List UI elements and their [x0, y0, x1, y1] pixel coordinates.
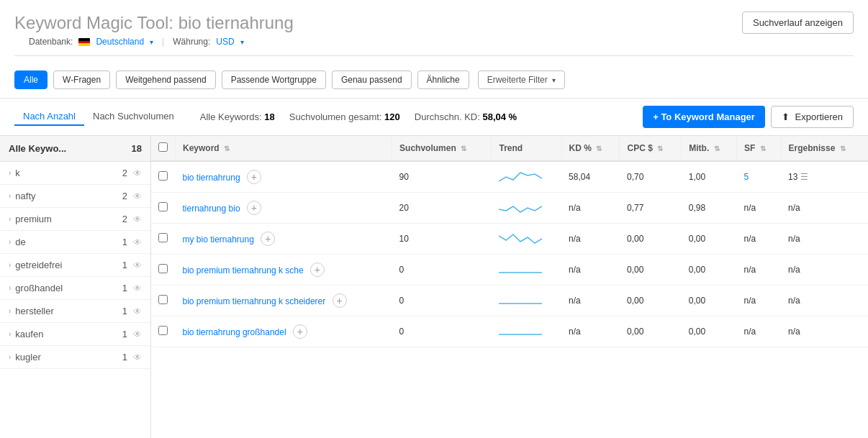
row-checkbox[interactable] — [158, 295, 168, 304]
chevron-right-icon: › — [9, 238, 11, 246]
sidebar-item[interactable]: › getreidefrei 1 👁 — [0, 254, 150, 277]
add-keyword-button[interactable]: + — [293, 324, 307, 339]
chevron-down-icon: ▾ — [552, 76, 556, 84]
kd-cell: n/a — [561, 224, 620, 255]
trend-chart — [499, 199, 542, 216]
dropdown-arrow-currency[interactable]: ▾ — [240, 38, 244, 46]
eye-icon[interactable]: 👁 — [133, 306, 142, 316]
sidebar-item[interactable]: › de 1 👁 — [0, 231, 150, 254]
table-row: bio premium tiernahrung k sche + 0 n/a 0… — [151, 255, 868, 286]
eye-icon[interactable]: 👁 — [133, 214, 142, 224]
history-button[interactable]: Suchverlauf anzeigen — [742, 12, 854, 34]
chevron-right-icon: › — [9, 261, 11, 269]
chevron-right-icon: › — [9, 330, 11, 338]
suchvolumen-cell: 0 — [392, 286, 492, 316]
cpc-value: 0,00 — [627, 234, 643, 244]
results-icon[interactable]: ☰ — [800, 172, 808, 182]
sidebar-item[interactable]: › premium 2 👁 — [0, 208, 150, 231]
mitb-value: 0,00 — [689, 327, 705, 337]
database-dropdown[interactable]: Deutschland — [96, 37, 144, 47]
trend-cell — [492, 255, 561, 286]
row-checkbox[interactable] — [158, 264, 168, 273]
row-checkbox-cell — [151, 316, 176, 347]
keyword-link[interactable]: bio tiernahrung großhandel — [183, 327, 286, 337]
sidebar-item-label: k — [15, 168, 122, 178]
filter-alle[interactable]: Alle — [14, 70, 48, 89]
cpc-cell: 0,00 — [620, 255, 682, 286]
table-row: my bio tiernahrung + 10 n/a 0,00 0,00 n/… — [151, 224, 868, 255]
keyword-link[interactable]: bio tiernahrung — [183, 173, 240, 183]
kd-cell: n/a — [561, 316, 620, 347]
keyword-link[interactable]: tiernahrung bio — [183, 204, 240, 214]
sort-icon-ergebnisse[interactable]: ⇅ — [840, 145, 846, 152]
eye-icon[interactable]: 👁 — [133, 168, 142, 178]
kd-cell: n/a — [561, 286, 620, 316]
select-all-checkbox[interactable] — [158, 142, 168, 152]
table-row: tiernahrung bio + 20 n/a 0,77 0,98 n/a n… — [151, 193, 868, 224]
kd-cell: 58,04 — [561, 161, 620, 193]
add-keyword-button[interactable]: + — [261, 232, 275, 246]
currency-dropdown[interactable]: USD — [216, 37, 234, 47]
row-checkbox[interactable] — [158, 171, 168, 181]
tab-nach-suchvolumen[interactable]: Nach Suchvolumen — [84, 108, 183, 126]
dropdown-arrow-db[interactable]: ▾ — [150, 38, 153, 46]
trend-cell — [492, 316, 561, 347]
sidebar-item[interactable]: › kaufen 1 👁 — [0, 323, 150, 346]
filter-aehnliche[interactable]: Ähnliche — [417, 70, 469, 89]
eye-icon[interactable]: 👁 — [133, 260, 142, 270]
sort-icon-mitb[interactable]: ⇅ — [714, 145, 720, 152]
filter-weitgehend[interactable]: Weitgehend passend — [116, 70, 216, 89]
keyword-cell: bio premium tiernahrung k scheiderer + — [176, 286, 392, 316]
sidebar-item[interactable]: › nafty 2 👁 — [0, 185, 150, 208]
row-checkbox[interactable] — [158, 326, 168, 335]
eye-icon[interactable]: 👁 — [133, 352, 142, 362]
row-checkbox[interactable] — [158, 233, 168, 242]
results-value: 13 — [788, 172, 797, 182]
cpc-value: 0,00 — [627, 265, 643, 275]
eye-icon[interactable]: 👁 — [133, 283, 142, 293]
eye-icon[interactable]: 👁 — [133, 329, 142, 339]
sf-value: n/a — [744, 296, 756, 306]
cpc-value: 0,00 — [627, 327, 643, 337]
sidebar-item-label: premium — [15, 214, 122, 224]
sidebar-item[interactable]: › hersteller 1 👁 — [0, 300, 150, 323]
tab-nach-anzahl[interactable]: Nach Anzahl — [14, 108, 84, 126]
keyword-manager-button[interactable]: + To Keyword Manager — [643, 106, 765, 128]
filter-w-fragen[interactable]: W-Fragen — [53, 70, 110, 89]
ergebnisse-cell: n/a — [781, 316, 868, 347]
row-checkbox[interactable] — [158, 202, 168, 211]
sort-icon-sf[interactable]: ⇅ — [760, 145, 766, 152]
add-keyword-button[interactable]: + — [310, 263, 325, 277]
cpc-value: 0,77 — [627, 203, 643, 213]
table-row: bio tiernahrung großhandel + 0 n/a 0,00 … — [151, 316, 868, 347]
eye-icon[interactable]: 👁 — [133, 191, 142, 201]
sort-icon-kd[interactable]: ⇅ — [596, 145, 602, 152]
sf-link[interactable]: 5 — [744, 172, 749, 182]
sf-value: n/a — [744, 234, 756, 244]
keyword-link[interactable]: my bio tiernahrung — [183, 234, 254, 245]
sort-icon-suchvolumen[interactable]: ⇅ — [461, 145, 466, 152]
sidebar-item-label: großhandel — [15, 283, 122, 293]
keyword-link[interactable]: bio premium tiernahrung k scheiderer — [183, 296, 326, 306]
sidebar-item-count: 1 — [122, 352, 127, 362]
sidebar-item[interactable]: › k 2 👁 — [0, 162, 150, 185]
results-value: n/a — [788, 327, 800, 337]
add-keyword-button[interactable]: + — [333, 293, 347, 308]
sidebar-item[interactable]: › großhandel 1 👁 — [0, 277, 150, 300]
sort-icon-keyword[interactable]: ⇅ — [224, 145, 230, 152]
filter-passende[interactable]: Passende Wortgruppe — [222, 70, 326, 89]
export-button[interactable]: ⬆ Exportieren — [771, 106, 854, 128]
mitb-value: 0,00 — [689, 296, 705, 306]
sort-icon-cpc[interactable]: ⇅ — [657, 145, 663, 152]
filter-genau[interactable]: Genau passend — [332, 70, 412, 89]
sf-cell: 5 — [737, 161, 782, 193]
keyword-link[interactable]: bio premium tiernahrung k sche — [183, 265, 304, 275]
add-keyword-button[interactable]: + — [247, 201, 261, 215]
suchvolumen-cell: 0 — [392, 316, 492, 347]
add-keyword-button[interactable]: + — [247, 170, 261, 184]
suchvolumen-value: 10 — [399, 234, 409, 244]
eye-icon[interactable]: 👁 — [133, 237, 142, 247]
advanced-filter-dropdown[interactable]: Erweiterte Filter ▾ — [478, 70, 565, 89]
kd-value: n/a — [569, 327, 581, 337]
sidebar-item[interactable]: › kugler 1 👁 — [0, 346, 150, 369]
